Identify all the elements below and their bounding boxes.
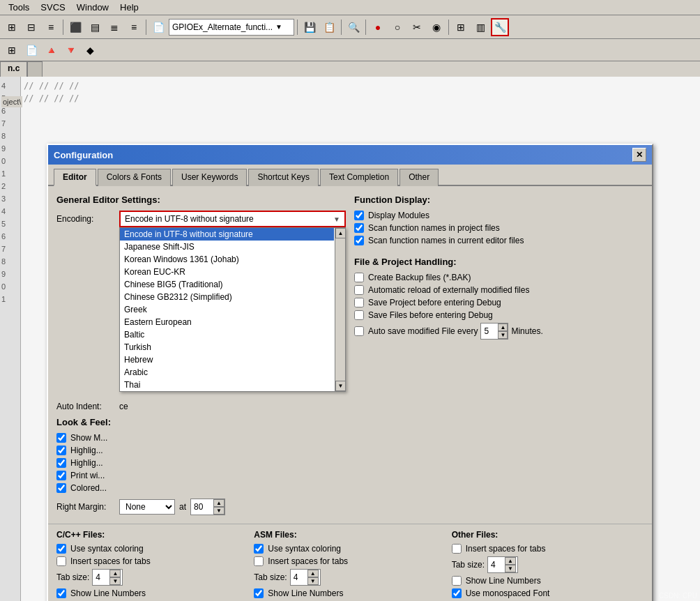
save-files-checkbox[interactable] (354, 310, 364, 320)
show-m-row: Show M... (56, 433, 346, 443)
save-project-checkbox[interactable] (354, 298, 364, 307)
encoding-option-12[interactable]: Thai (120, 379, 334, 391)
menu-svcs[interactable]: SVCS (35, 1, 70, 14)
colored-label: Colored... (70, 483, 107, 493)
cpp-tab-input[interactable]: 4 (93, 572, 109, 583)
editor-tab-2[interactable] (27, 61, 43, 77)
encoding-option-6[interactable]: Greek (120, 303, 334, 316)
auto-save-checkbox[interactable] (354, 326, 364, 336)
colored-checkbox[interactable] (56, 483, 66, 493)
encoding-dropdown-btn[interactable]: Encode in UTF-8 without signature ▼ (119, 211, 346, 227)
toolbar2-btn-1[interactable]: ⊞ (3, 41, 21, 59)
highlight1-checkbox[interactable] (56, 446, 66, 455)
asm-spin-down[interactable]: ▼ (307, 577, 319, 585)
encoding-option-4[interactable]: Chinese BIG5 (Traditional) (120, 278, 334, 291)
encoding-option-1[interactable]: Japanese Shift-JIS (120, 241, 334, 253)
backup-checkbox[interactable] (354, 273, 364, 282)
tab-user-keywords[interactable]: User Keywords (172, 169, 247, 186)
toolbar-btn-3[interactable]: ≡ (42, 18, 60, 36)
other-files-group: Other Files: Insert spaces for tabs Tab … (452, 530, 644, 601)
auto-save-spin-up[interactable]: ▲ (498, 324, 508, 331)
auto-reload-checkbox[interactable] (354, 285, 364, 295)
tab-editor[interactable]: Editor (54, 169, 96, 186)
right-margin-input[interactable]: 80 (191, 501, 213, 512)
cpp-syntax-checkbox[interactable] (56, 544, 66, 554)
toolbar-btn-5[interactable]: ▤ (86, 18, 104, 36)
toolbar-btn-7[interactable]: ≡ (125, 18, 143, 36)
tab-text-completion[interactable]: Text Completion (320, 169, 398, 186)
asm-spaces-checkbox[interactable] (254, 556, 264, 566)
menu-window[interactable]: Window (71, 1, 114, 14)
tab-colors-fonts[interactable]: Colors & Fonts (98, 169, 171, 186)
other-spin-down[interactable]: ▼ (505, 565, 516, 572)
highlight2-checkbox[interactable] (56, 458, 66, 468)
other-tab-input[interactable]: 4 (488, 559, 505, 570)
toolbar-grid[interactable]: ⊞ (452, 18, 470, 36)
auto-save-input[interactable]: 5 (481, 326, 498, 337)
cpp-spin-up[interactable]: ▲ (109, 570, 121, 577)
encoding-option-7[interactable]: Eastern European (120, 316, 334, 328)
auto-save-spin-down[interactable]: ▼ (498, 331, 508, 339)
toolbar2-btn-2[interactable]: 📄 (22, 41, 40, 59)
encoding-option-3[interactable]: Korean EUC-KR (120, 266, 334, 278)
encoding-option-11[interactable]: Arabic (120, 366, 334, 379)
dialog-close-button[interactable]: ✕ (632, 148, 646, 162)
asm-linenums-checkbox[interactable] (254, 588, 264, 598)
toolbar-wrench[interactable]: 🔧 (491, 18, 509, 36)
file-dropdown[interactable]: GPIOEx_Alternate_functi... ▼ (169, 19, 294, 36)
dropdown-scrollbar[interactable]: ▲ ▼ (335, 228, 345, 391)
toolbar-btn-6[interactable]: ≣ (105, 18, 123, 36)
other-tab-size-label: Tab size: (452, 560, 485, 570)
toolbar2-btn-4[interactable]: 🔻 (61, 41, 79, 59)
toolbar2-btn-3[interactable]: 🔺 (42, 41, 60, 59)
toolbar-copy[interactable]: 📋 (320, 18, 338, 36)
right-margin-select[interactable]: None (119, 499, 175, 515)
other-linenums-checkbox[interactable] (452, 576, 462, 586)
toolbar-save[interactable]: 💾 (300, 18, 319, 36)
toolbar2-btn-5[interactable]: ◆ (81, 41, 99, 59)
file-project-section: File & Project Handling: Create Backup f… (354, 257, 644, 340)
scan-project-checkbox[interactable] (354, 223, 364, 233)
encoding-option-9[interactable]: Turkish (120, 341, 334, 353)
cpp-spaces-checkbox[interactable] (56, 556, 66, 566)
cpp-linenums-checkbox[interactable] (56, 588, 66, 598)
spin-up[interactable]: ▲ (213, 499, 225, 507)
asm-syntax-checkbox[interactable] (254, 544, 264, 554)
toolbar-circle-white[interactable]: ○ (388, 18, 406, 36)
toolbar-scissors[interactable]: ✂ (408, 18, 426, 36)
toolbar-grid2[interactable]: ▥ (471, 18, 489, 36)
other-mono-checkbox[interactable] (452, 588, 462, 598)
scan-editor-checkbox[interactable] (354, 236, 364, 245)
encoding-option-5[interactable]: Chinese GB2312 (Simplified) (120, 291, 334, 303)
editor-tab-nc[interactable]: n.c (0, 61, 27, 77)
asm-spin-up[interactable]: ▲ (307, 570, 319, 577)
spin-down[interactable]: ▼ (213, 507, 225, 515)
menu-tools[interactable]: Tools (3, 1, 35, 14)
save-files-row: Save Files before entering Debug (354, 310, 644, 320)
encoding-option-8[interactable]: Baltic (120, 328, 334, 341)
cpp-spin-down[interactable]: ▼ (109, 577, 121, 585)
toolbar-btn-1[interactable]: ⊞ (3, 18, 21, 36)
other-spin-up[interactable]: ▲ (505, 557, 516, 565)
toolbar-circle-gray[interactable]: ◉ (427, 18, 446, 36)
toolbar-circle-red[interactable]: ● (369, 18, 387, 36)
show-m-checkbox[interactable] (56, 433, 66, 443)
toolbar-find[interactable]: 🔍 (344, 18, 363, 36)
other-spaces-checkbox[interactable] (452, 544, 462, 554)
print-checkbox[interactable] (56, 471, 66, 480)
asm-tab-input[interactable]: 4 (291, 572, 307, 583)
menu-help[interactable]: Help (114, 1, 144, 14)
tab-other[interactable]: Other (400, 169, 439, 186)
asm-linenums-row: Show Line Numbers (254, 588, 446, 598)
encoding-option-0[interactable]: Encode in UTF-8 without signature (120, 228, 334, 241)
encoding-option-10[interactable]: Hebrew (120, 353, 334, 366)
encoding-option-2[interactable]: Korean Windows 1361 (Johab) (120, 253, 334, 266)
encoding-dropdown-arrow: ▼ (333, 215, 340, 223)
toolbar-btn-4[interactable]: ⬛ (66, 18, 84, 36)
toolbar-file[interactable]: 📄 (149, 18, 167, 36)
scroll-down-btn[interactable]: ▼ (335, 381, 346, 391)
scroll-up-btn[interactable]: ▲ (335, 228, 346, 238)
toolbar-btn-2[interactable]: ⊟ (22, 18, 40, 36)
display-modules-checkbox[interactable] (354, 211, 364, 220)
tab-shortcut-keys[interactable]: Shortcut Keys (248, 169, 319, 186)
